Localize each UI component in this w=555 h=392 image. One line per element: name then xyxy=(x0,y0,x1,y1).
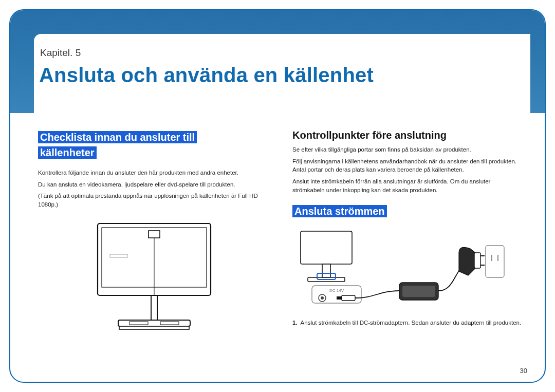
dc-label: DC 14V xyxy=(329,288,344,293)
right-heading2-wrap: Ansluta strömmen xyxy=(292,203,483,219)
left-para-1: Kontrollera följande innan du ansluter d… xyxy=(38,169,270,177)
right-para-3: Anslut inte strömkabeln förrän alla ansl… xyxy=(292,177,524,194)
svg-rect-2 xyxy=(110,254,127,257)
left-para-2: Du kan ansluta en videokamera, ljudspela… xyxy=(38,180,270,189)
chapter-label: Kapitel. 5 xyxy=(40,47,81,59)
svg-rect-5 xyxy=(149,231,160,238)
svg-rect-20 xyxy=(402,286,435,297)
page-frame: Kapitel. 5 Ansluta och använda en källen… xyxy=(9,9,546,383)
content-area: Checklista innan du ansluter till källen… xyxy=(38,129,524,361)
power-svg: DC 14V xyxy=(292,225,508,312)
right-para-2: Följ anvisningarna i källenhetens använd… xyxy=(292,157,524,174)
left-heading: Checklista innan du ansluter till källen… xyxy=(38,131,197,159)
svg-rect-11 xyxy=(322,264,330,277)
svg-rect-24 xyxy=(486,246,504,277)
step-1-num: 1. xyxy=(292,320,298,326)
right-heading2: Ansluta strömmen xyxy=(292,205,387,217)
left-para-3: (Tänk på att optimala prestanda uppnås n… xyxy=(38,192,270,209)
right-column: Kontrollpunkter före anslutning Se efter… xyxy=(292,129,524,361)
power-illustration: DC 14V xyxy=(292,225,524,312)
svg-rect-18 xyxy=(337,296,342,300)
svg-rect-10 xyxy=(301,231,352,264)
monitor-illustration xyxy=(38,218,270,337)
svg-rect-3 xyxy=(151,295,157,320)
svg-rect-21 xyxy=(474,253,480,268)
left-column: Checklista innan du ansluter till källen… xyxy=(38,129,270,361)
step-1: 1.Anslut strömkabeln till DC-strömadapte… xyxy=(292,320,524,326)
svg-rect-17 xyxy=(342,295,355,301)
left-heading-wrap: Checklista innan du ansluter till källen… xyxy=(38,129,228,160)
page-title: Ansluta och använda en källenhet xyxy=(39,64,374,87)
svg-point-16 xyxy=(321,296,324,300)
svg-rect-9 xyxy=(119,326,189,329)
step-1-text: Anslut strömkabeln till DC-strömadaptern… xyxy=(301,320,522,326)
monitor-svg xyxy=(87,218,221,337)
page-number: 30 xyxy=(520,367,527,375)
svg-rect-6 xyxy=(118,320,190,326)
right-para-1: Se efter vilka tillgängliga portar som f… xyxy=(292,145,524,154)
right-subheading: Kontrollpunkter före anslutning xyxy=(292,129,524,141)
